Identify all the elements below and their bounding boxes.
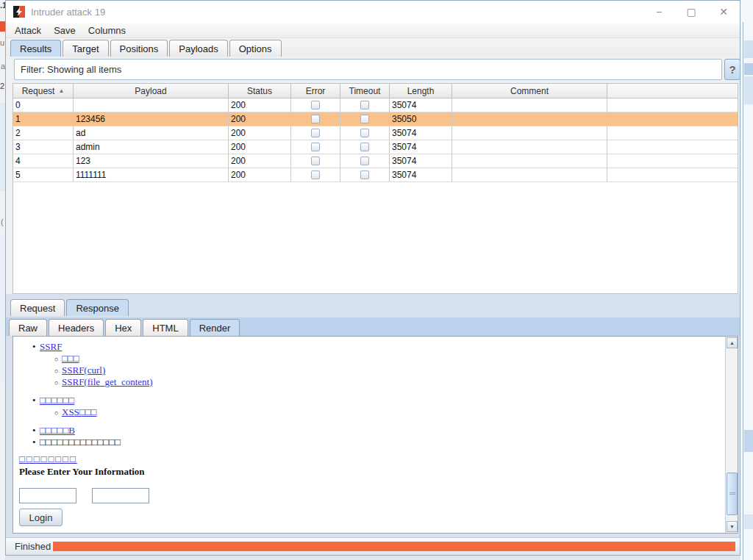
filter-summary[interactable]: Filter: Showing all items [14,59,722,80]
timeout-checkbox[interactable] [360,170,369,179]
tab-hex[interactable]: Hex [105,319,141,336]
background-window-left: .1 u a 2 ( [0,0,5,560]
cell-status: 200 [229,112,291,126]
scroll-down-icon[interactable]: ▼ [727,521,738,532]
cell-timeout [340,98,390,112]
error-checkbox[interactable] [311,170,320,179]
message-editor-panel: Request Response Raw Headers Hex HTML Re… [6,294,740,537]
menu-attack[interactable]: Attack [15,25,41,36]
table-header-row: Request ▲ Payload Status Error Timeout L… [13,84,738,98]
background-window-edge [743,22,743,560]
maximize-button[interactable]: ▢ [675,1,707,22]
table-row-selected[interactable]: 1 123456 200 35050 [13,112,738,126]
nav-link-ssrf-file-get-content[interactable]: SSRF(file_get_content) [62,376,153,387]
background-icon-fragment [0,21,5,32]
close-button[interactable]: ✕ [707,1,740,22]
column-header-request[interactable]: Request ▲ [13,84,74,98]
scrollbar-thumb[interactable] [727,473,738,515]
background-window-fragment [744,63,753,75]
timeout-checkbox[interactable] [360,143,369,151]
nav-link-ssrf-curl[interactable]: SSRF(curl) [62,365,105,376]
cell-request: 0 [13,98,74,112]
cell-status: 200 [229,126,291,140]
tab-results[interactable]: Results [10,40,61,57]
background-window-fragment [0,103,5,191]
cell-status: 200 [229,98,291,112]
status-bar: Finished [6,537,740,555]
login-form: Login [19,488,725,526]
column-header-comment[interactable]: Comment [452,84,607,98]
timeout-checkbox[interactable] [360,129,369,137]
timeout-checkbox[interactable] [360,157,369,165]
tab-headers[interactable]: Headers [49,319,104,336]
column-header-length[interactable]: Length [390,84,452,98]
login-button[interactable]: Login [19,509,63,526]
nav-link[interactable]: □□□ [62,353,79,364]
vertical-scrollbar[interactable]: ▲ ▼ [725,337,738,533]
cell-error [291,168,340,182]
cell-comment [452,126,607,140]
cell-error [291,154,340,168]
nav-link[interactable]: □□□□□□ [40,395,74,406]
column-header-timeout[interactable]: Timeout [340,84,390,98]
timeout-checkbox[interactable] [360,115,369,123]
tab-render[interactable]: Render [190,319,240,336]
home-link[interactable]: □□□□□□□□ [19,453,77,465]
nav-link-ssrf[interactable]: SSRF [40,341,62,352]
minimize-button[interactable]: − [643,1,675,22]
cell-length: 35074 [390,140,452,154]
timeout-checkbox[interactable] [360,101,369,110]
tab-raw[interactable]: Raw [9,319,47,336]
background-window-fragment [0,235,5,382]
cell-comment [452,154,607,168]
cell-timeout [340,168,390,182]
nav-link-xss[interactable]: XSS□□□ [62,406,96,417]
table-row[interactable]: 4 123 200 35074 [13,154,738,168]
menu-columns[interactable]: Columns [88,25,126,36]
cell-length: 35074 [390,168,452,182]
tab-payloads[interactable]: Payloads [169,40,227,57]
tab-target[interactable]: Target [63,40,108,57]
vulnerability-nav-list: SSRF □□□ SSRF(curl) SSRF(file_get_conten… [19,341,725,448]
background-text-fragment: u [0,38,4,47]
column-header-status[interactable]: Status [229,84,291,98]
tab-response[interactable]: Response [66,299,129,316]
error-checkbox[interactable] [311,129,320,137]
cell-payload: 1111111 [74,168,229,182]
password-input[interactable] [92,488,149,503]
background-window-fragment [744,76,753,104]
window-title: Intruder attack 19 [31,7,105,18]
column-header-payload[interactable]: Payload [74,84,229,98]
error-checkbox[interactable] [311,143,320,151]
tab-html[interactable]: HTML [143,319,188,336]
column-header-error[interactable]: Error [291,84,340,98]
table-row[interactable]: 0 200 35074 [13,98,738,112]
tab-positions[interactable]: Positions [110,40,168,57]
cell-payload: 123456 [74,112,229,126]
table-row[interactable]: 3 admin 200 35074 [13,140,738,154]
cell-request: 1 [13,112,74,126]
table-row[interactable]: 5 1111111 200 35074 [13,168,738,182]
sort-ascending-icon: ▲ [58,87,64,94]
tab-options[interactable]: Options [229,40,282,57]
menu-bar: Attack Save Columns [6,23,740,38]
title-bar: Intruder attack 19 − ▢ ✕ [6,1,740,23]
cell-payload: 123 [74,154,229,168]
filter-bar: Filter: Showing all items ? [6,57,740,83]
cell-status: 200 [229,140,291,154]
error-checkbox[interactable] [311,101,320,110]
background-window-fragment [744,514,753,529]
error-checkbox[interactable] [311,157,320,165]
cell-comment [452,112,607,126]
table-row[interactable]: 2 ad 200 35074 [13,126,738,140]
error-checkbox[interactable] [311,115,320,123]
background-window-fragment [744,430,753,452]
nav-link[interactable]: □□□□□B [40,425,75,436]
tab-request[interactable]: Request [10,299,65,316]
cell-request: 2 [13,126,74,140]
help-button[interactable]: ? [724,59,740,80]
scroll-up-icon[interactable]: ▲ [727,337,738,348]
cell-error [291,140,340,154]
menu-save[interactable]: Save [54,25,76,36]
username-input[interactable] [19,488,76,503]
